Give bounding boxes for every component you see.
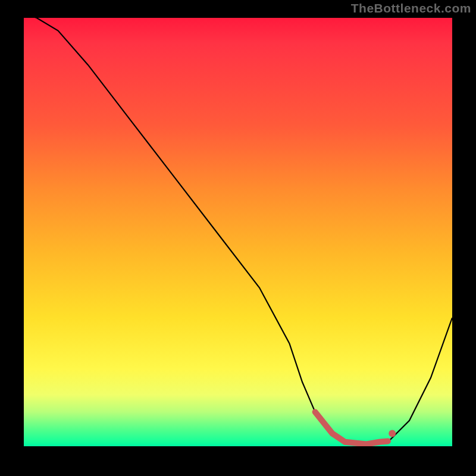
chart-frame: TheBottleneck.com [0, 0, 476, 476]
optimal-range-end-dot [389, 430, 396, 437]
curve-svg [24, 18, 452, 446]
optimal-range-highlight [315, 412, 388, 444]
watermark-text: TheBottleneck.com [351, 1, 471, 15]
plot-area [24, 18, 452, 446]
bottleneck-curve [24, 18, 452, 444]
